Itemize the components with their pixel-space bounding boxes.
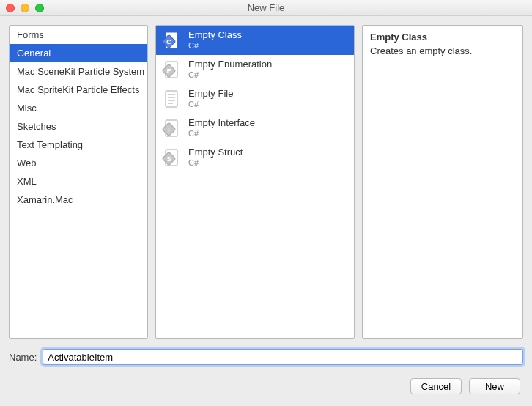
- description-text: Creates an empty class.: [370, 45, 515, 56]
- category-item[interactable]: General: [10, 44, 147, 62]
- category-item-label: XML: [17, 176, 37, 187]
- category-item[interactable]: Mac SpriteKit Particle Effects: [10, 81, 147, 99]
- category-item[interactable]: Forms: [10, 26, 147, 44]
- new-button[interactable]: New: [469, 378, 520, 394]
- category-list[interactable]: FormsGeneralMac SceneKit Particle System…: [9, 25, 148, 339]
- template-item[interactable]: EEmpty EnumerationC#: [156, 55, 354, 84]
- name-label: Name:: [9, 352, 37, 363]
- category-item[interactable]: Web: [10, 154, 147, 172]
- category-item-label: Misc: [17, 103, 37, 114]
- template-list[interactable]: CEmpty ClassC#EEmpty EnumerationC#Empty …: [155, 25, 355, 339]
- template-label: Empty Class: [188, 30, 242, 41]
- close-icon[interactable]: [6, 4, 15, 12]
- titlebar: New File: [0, 0, 532, 16]
- category-item-label: Xamarin.Mac: [17, 194, 73, 205]
- category-item-label: Web: [17, 158, 37, 169]
- svg-rect-6: [166, 91, 177, 107]
- file-icon: [162, 89, 182, 109]
- description-panel: Empty Class Creates an empty class.: [362, 25, 523, 339]
- template-sublabel: C#: [188, 158, 243, 168]
- class-icon: C: [162, 30, 182, 51]
- category-item-label: Sketches: [17, 121, 56, 132]
- category-item[interactable]: Sketches: [10, 117, 147, 136]
- class-icon: S: [162, 147, 182, 168]
- template-item[interactable]: SEmpty StructC#: [156, 143, 354, 172]
- window-title: New File: [0, 2, 532, 13]
- category-item[interactable]: XML: [10, 172, 147, 191]
- template-item[interactable]: Empty FileC#: [156, 84, 354, 114]
- svg-text:E: E: [166, 67, 171, 75]
- template-item[interactable]: CEmpty ClassC#: [156, 26, 354, 55]
- description-title: Empty Class: [370, 32, 515, 43]
- template-label: Empty Enumeration: [188, 59, 272, 70]
- category-item-label: Forms: [17, 29, 44, 40]
- category-item[interactable]: Xamarin.Mac: [10, 191, 147, 209]
- template-label: Empty File: [188, 89, 233, 100]
- svg-text:C: C: [166, 38, 171, 45]
- category-item-label: General: [17, 48, 51, 59]
- category-item-label: Mac SpriteKit Particle Effects: [17, 84, 139, 95]
- template-sublabel: C#: [188, 100, 233, 109]
- name-input[interactable]: [43, 349, 523, 365]
- svg-text:I: I: [168, 126, 170, 133]
- category-item-label: Text Templating: [17, 139, 83, 150]
- class-icon: E: [162, 59, 182, 80]
- minimize-icon[interactable]: [21, 4, 29, 12]
- category-item[interactable]: Mac SceneKit Particle System: [10, 62, 147, 81]
- main-content: FormsGeneralMac SceneKit Particle System…: [0, 16, 532, 339]
- window-controls: [6, 4, 44, 12]
- template-sublabel: C#: [188, 41, 242, 51]
- cancel-button[interactable]: Cancel: [410, 378, 462, 394]
- category-item-label: Mac SceneKit Particle System: [17, 66, 144, 77]
- category-item[interactable]: Text Templating: [10, 136, 147, 154]
- class-icon: I: [162, 118, 182, 139]
- zoom-icon[interactable]: [35, 4, 44, 12]
- template-item[interactable]: IEmpty InterfaceC#: [156, 114, 354, 143]
- category-item[interactable]: Misc: [10, 99, 147, 117]
- template-label: Empty Struct: [188, 147, 243, 158]
- template-label: Empty Interface: [188, 118, 255, 129]
- template-sublabel: C#: [188, 129, 255, 139]
- svg-text:S: S: [166, 155, 171, 163]
- template-sublabel: C#: [188, 70, 272, 80]
- button-row: Cancel New: [0, 365, 532, 394]
- name-row: Name:: [0, 339, 532, 365]
